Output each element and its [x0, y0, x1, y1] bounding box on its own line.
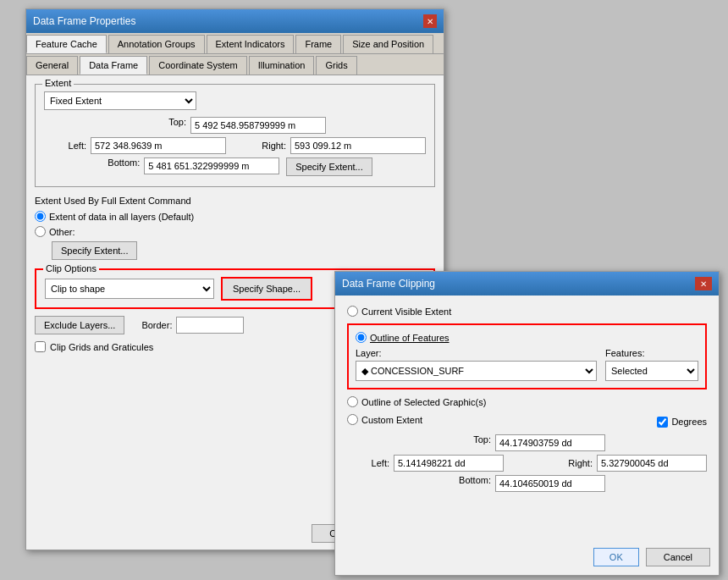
top-input[interactable]: [190, 117, 326, 134]
features-column: Features: Selected All: [605, 348, 698, 381]
outline-features-label: Outline of Features: [370, 333, 449, 343]
tab-data-frame[interactable]: Data Frame: [80, 56, 147, 75]
custom-bottom-label: Bottom:: [449, 475, 491, 492]
outline-features-section: Outline of Features Layer: ◆ CONCESSION_…: [347, 323, 707, 389]
radio-other-label: Other:: [49, 227, 75, 237]
custom-top-label: Top:: [449, 434, 491, 451]
radio-current-visible[interactable]: [347, 306, 358, 317]
radio-outline-graphics[interactable]: [347, 396, 358, 407]
custom-left-label: Left:: [347, 458, 389, 468]
custom-right-input[interactable]: [597, 455, 707, 472]
degrees-checkbox-row: Degrees: [657, 417, 707, 428]
main-dialog-close-button[interactable]: ✕: [423, 14, 437, 28]
custom-bottom-row: Bottom:: [347, 475, 707, 492]
specify-shape-button[interactable]: Specify Shape...: [221, 277, 312, 301]
clipping-dialog-footer: OK Cancel: [593, 548, 710, 566]
layer-select-container: ◆ CONCESSION_SURF: [356, 361, 597, 381]
radio-other[interactable]: [35, 226, 46, 237]
left-label: Left:: [44, 141, 86, 151]
radio-all-layers-label: Extent of data in all layers (Default): [49, 212, 194, 222]
tab-annotation-groups[interactable]: Annotation Groups: [108, 35, 205, 53]
custom-left-right-row: Left: Right:: [347, 455, 707, 472]
custom-extent-radio-row: Custom Extent: [347, 414, 422, 425]
custom-left-input[interactable]: [394, 455, 504, 472]
clip-options-label: Clip Options: [43, 263, 99, 273]
custom-extent-header-row: Custom Extent Degrees: [347, 414, 707, 429]
bottom-label: Bottom:: [97, 157, 140, 176]
custom-top-row: Top:: [347, 434, 707, 451]
layer-select[interactable]: ◆ CONCESSION_SURF: [356, 361, 597, 381]
tab-general[interactable]: General: [26, 56, 78, 75]
specify-extent-button[interactable]: Specify Extent...: [286, 157, 372, 176]
tab-row-1: Feature Cache Annotation Groups Extent I…: [26, 33, 444, 54]
clipping-dialog-title: Data Frame Clipping: [342, 278, 435, 290]
outline-graphics-label: Outline of Selected Graphic(s): [361, 397, 486, 407]
bottom-coord-row: Bottom: Specify Extent...: [44, 157, 426, 176]
clipping-dialog: Data Frame Clipping ✕ Current Visible Ex…: [334, 271, 720, 576]
tab-illumination[interactable]: Illumination: [249, 56, 315, 75]
tab-row-2: General Data Frame Coordinate System Ill…: [26, 54, 444, 75]
right-label: Right:: [252, 141, 286, 151]
clipping-ok-button[interactable]: OK: [593, 548, 639, 566]
degrees-checkbox[interactable]: [657, 417, 668, 428]
extent-dropdown[interactable]: Fixed Extent Automatic: [44, 91, 196, 110]
border-input[interactable]: [176, 317, 244, 334]
custom-top-input[interactable]: [495, 434, 605, 451]
tab-frame[interactable]: Frame: [295, 35, 341, 53]
layer-column: Layer: ◆ CONCESSION_SURF: [356, 348, 597, 381]
left-right-coord-row: Left: Right:: [44, 137, 426, 154]
degrees-label: Degrees: [671, 417, 707, 427]
right-input[interactable]: [290, 137, 426, 154]
tab-extent-indicators[interactable]: Extent Indicators: [207, 35, 295, 53]
custom-extent-label: Custom Extent: [361, 415, 422, 425]
left-input[interactable]: [91, 137, 226, 154]
features-col-label: Features:: [605, 348, 698, 358]
clip-grids-label: Clip Grids and Graticules: [50, 342, 153, 352]
clip-grids-checkbox[interactable]: [35, 341, 46, 352]
radio-all-layers[interactable]: [35, 211, 46, 222]
clipping-dialog-content: Current Visible Extent Outline of Featur…: [335, 296, 719, 505]
clipping-dialog-titlebar: Data Frame Clipping ✕: [335, 272, 719, 296]
exclude-layers-button[interactable]: Exclude Layers...: [35, 316, 124, 334]
custom-extent-section: Custom Extent Degrees Top: Left: Right:: [347, 414, 707, 492]
outline-selected-graphics-row: Outline of Selected Graphic(s): [347, 396, 707, 407]
full-extent-section: Extent Used By Full Extent Command Exten…: [35, 196, 435, 260]
specify-extent2-button[interactable]: Specify Extent...: [52, 241, 137, 260]
tab-coordinate-system[interactable]: Coordinate System: [149, 56, 247, 75]
top-coord-row: Top:: [44, 117, 426, 134]
main-dialog-titlebar: Data Frame Properties ✕: [26, 9, 444, 33]
outline-features-row: Outline of Features: [356, 332, 698, 343]
current-visible-extent-row: Current Visible Extent: [347, 306, 707, 317]
radio-row-1: Extent of data in all layers (Default): [35, 211, 435, 222]
extent-section: Extent Fixed Extent Automatic Top: Left:…: [35, 84, 435, 187]
custom-right-label: Right:: [568, 458, 593, 468]
current-visible-extent-label: Current Visible Extent: [361, 307, 451, 317]
bottom-input[interactable]: [144, 157, 279, 174]
top-label: Top:: [144, 117, 186, 134]
main-dialog-title: Data Frame Properties: [33, 15, 135, 27]
tab-grids[interactable]: Grids: [316, 56, 356, 75]
close-icon: ✕: [427, 17, 433, 26]
full-extent-label: Extent Used By Full Extent Command: [35, 196, 435, 206]
radio-row-2: Other:: [35, 226, 435, 237]
clip-dropdown[interactable]: Clip to shape No Clipping: [45, 279, 214, 299]
tab-feature-cache[interactable]: Feature Cache: [26, 35, 107, 53]
layer-col-label: Layer:: [356, 348, 597, 358]
radio-outline-features[interactable]: [356, 332, 367, 343]
extent-section-label: Extent: [42, 78, 74, 88]
custom-bottom-input[interactable]: [495, 475, 605, 492]
features-select[interactable]: Selected All: [605, 361, 698, 381]
clipping-close-button[interactable]: ✕: [695, 277, 712, 290]
clipping-close-icon: ✕: [700, 279, 707, 289]
border-label: Border:: [141, 320, 172, 330]
clipping-cancel-button[interactable]: Cancel: [646, 548, 710, 566]
tab-size-position[interactable]: Size and Position: [343, 35, 433, 53]
radio-custom-extent[interactable]: [347, 414, 358, 425]
layer-features-row: Layer: ◆ CONCESSION_SURF Features: Selec…: [356, 348, 698, 381]
